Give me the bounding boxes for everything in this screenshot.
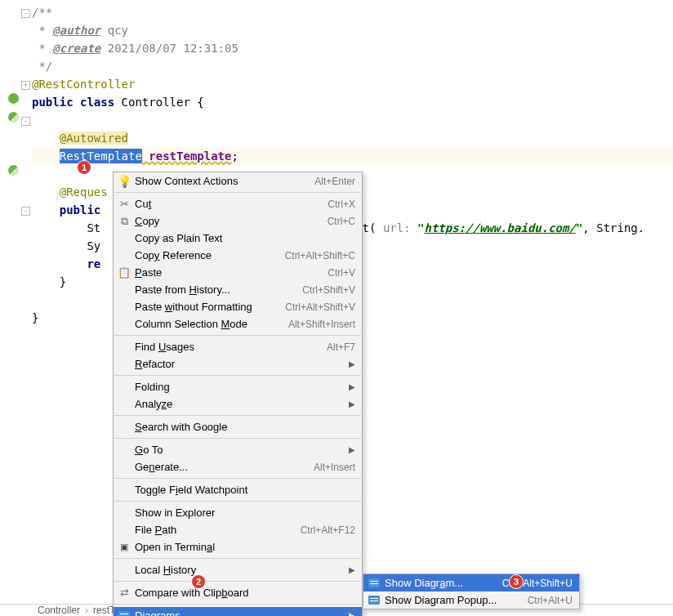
submenu-arrow-icon: ▶ <box>349 359 355 368</box>
menu-shortcut: Ctrl+X <box>328 199 355 210</box>
menu-label: Folding <box>135 381 355 393</box>
menu-label: Go To <box>135 444 355 456</box>
menu-label: Column Selection Mode <box>135 318 288 330</box>
menu-item[interactable]: Copy ReferenceCtrl+Alt+Shift+C <box>114 247 362 264</box>
spring-gutter-icon[interactable] <box>8 93 19 104</box>
menu-separator <box>114 558 361 559</box>
menu-item[interactable]: ⧉CopyCtrl+C <box>114 212 362 230</box>
menu-item[interactable]: Show Diagram Popup...Ctrl+Alt+U <box>363 591 579 609</box>
menu-shortcut: Ctrl+Shift+V <box>302 284 355 296</box>
menu-item[interactable]: Refactor▶ <box>114 355 362 373</box>
menu-separator <box>114 581 361 582</box>
spring-autowire-gutter-icon[interactable] <box>8 165 19 176</box>
menu-item[interactable]: Analyze▶ <box>114 395 362 413</box>
menu-label: Find Usages <box>135 341 327 353</box>
menu-label: Paste from History... <box>135 283 302 296</box>
menu-separator <box>114 604 361 605</box>
menu-separator <box>114 335 361 336</box>
cut-icon: ✂ <box>120 198 129 210</box>
menu-item[interactable]: Toggle Field Watchpoint <box>114 481 362 498</box>
menu-shortcut: Ctrl+V <box>328 267 355 279</box>
submenu-arrow-icon: ▶ <box>349 400 355 408</box>
paste-icon: 📋 <box>118 266 131 279</box>
menu-label: File Path <box>135 524 301 536</box>
javadoc-tag-create: @create <box>52 42 100 55</box>
compare-icon: ⇄ <box>120 587 129 599</box>
menu-shortcut: Alt+Shift+Insert <box>288 319 355 330</box>
menu-item[interactable]: Paste without FormattingCtrl+Alt+Shift+V <box>114 298 362 315</box>
menu-label: Copy as Plain Text <box>135 232 355 244</box>
menu-shortcut: Alt+F7 <box>327 341 355 353</box>
badge-1: 1 <box>77 160 91 175</box>
menu-item[interactable]: Folding▶ <box>114 378 362 395</box>
menu-item[interactable]: ✂CutCtrl+X <box>114 195 362 212</box>
menu-item[interactable]: File PathCtrl+Alt+F12 <box>114 521 362 538</box>
menu-item[interactable]: Paste from History...Ctrl+Shift+V <box>114 281 362 298</box>
menu-shortcut: Ctrl+Alt+Shift+C <box>285 250 355 261</box>
submenu-arrow-icon: ▶ <box>349 565 355 574</box>
annotation-restcontroller: @RestController <box>32 78 135 91</box>
menu-label: Paste <box>135 266 328 279</box>
menu-item[interactable]: 💡Show Context ActionsAlt+Enter <box>114 172 362 190</box>
diagrams-submenu: Show Diagram...Ctrl+Alt+Shift+UShow Diag… <box>363 574 580 609</box>
gutter: - + - - <box>0 0 29 604</box>
menu-item[interactable]: ▣Open in Terminal <box>114 538 362 556</box>
menu-separator <box>114 375 361 376</box>
menu-label: Copy Reference <box>135 249 285 261</box>
menu-label: Open in Terminal <box>135 541 355 553</box>
menu-item[interactable]: Show in Explorer <box>114 504 362 521</box>
diagram-icon <box>368 578 380 587</box>
string-url: https://www.baidu.com/ <box>424 221 575 234</box>
menu-item[interactable]: Copy as Plain Text <box>114 230 362 247</box>
menu-item[interactable]: Find UsagesAlt+F7 <box>114 338 362 355</box>
menu-label: Show Context Actions <box>135 175 314 187</box>
menu-shortcut: Alt+Enter <box>314 176 355 187</box>
menu-label: Analyze <box>135 398 355 410</box>
menu-shortcut: Ctrl+Alt+Shift+V <box>285 301 355 313</box>
selected-type: RestTemplate <box>60 149 142 163</box>
menu-separator <box>114 478 361 479</box>
menu-shortcut: Ctrl+C <box>328 216 355 227</box>
menu-separator <box>114 192 361 193</box>
menu-item[interactable]: Local History▶ <box>114 561 362 578</box>
menu-item[interactable]: ⇄Compare with Clipboard <box>114 584 362 601</box>
badge-2: 2 <box>191 574 206 589</box>
copy-icon: ⧉ <box>121 215 128 228</box>
menu-shortcut: Alt+Insert <box>314 462 355 473</box>
menu-label: Show Diagram... <box>385 577 502 589</box>
menu-label: Toggle Field Watchpoint <box>135 484 355 496</box>
menu-label: Show Diagram Popup... <box>385 594 528 606</box>
submenu-arrow-icon: ▶ <box>349 445 355 454</box>
menu-separator <box>114 415 361 416</box>
menu-item[interactable]: Search with Google <box>114 418 362 435</box>
menu-label: Local History <box>135 564 355 576</box>
menu-item[interactable]: Go To▶ <box>114 441 362 458</box>
menu-item[interactable]: Generate...Alt+Insert <box>114 458 362 475</box>
terminal-icon: ▣ <box>120 542 128 552</box>
spring-bean-gutter-icon[interactable] <box>8 112 19 123</box>
field-name: restTemplate <box>142 150 232 163</box>
menu-label: Generate... <box>135 461 314 473</box>
menu-label: Diagrams <box>135 609 355 616</box>
annotation-autowired: @Autowired <box>60 132 128 145</box>
bulb-icon: 💡 <box>118 175 131 188</box>
context-menu: 💡Show Context ActionsAlt+Enter✂CutCtrl+X… <box>113 172 363 616</box>
menu-item[interactable]: 📋PasteCtrl+V <box>114 264 362 281</box>
menu-separator <box>114 501 361 502</box>
code-text: /** <box>32 6 52 19</box>
menu-item[interactable]: Show Diagram...Ctrl+Alt+Shift+U <box>363 574 579 591</box>
submenu-arrow-icon: ▶ <box>349 382 355 391</box>
badge-3: 3 <box>509 574 524 589</box>
diagram-icon <box>368 596 380 605</box>
menu-item[interactable]: Diagrams▶ <box>114 607 362 616</box>
breadcrumb-item[interactable]: Controller <box>38 605 80 616</box>
diagram-icon <box>118 611 130 616</box>
menu-item[interactable]: Column Selection ModeAlt+Shift+Insert <box>114 315 362 333</box>
menu-label: Cut <box>135 198 328 210</box>
menu-label: Show in Explorer <box>135 507 355 519</box>
submenu-arrow-icon: ▶ <box>349 611 355 616</box>
menu-separator <box>114 438 361 439</box>
menu-shortcut: Ctrl+Alt+U <box>528 595 573 606</box>
breadcrumb-separator: › <box>85 605 88 616</box>
menu-shortcut: Ctrl+Alt+F12 <box>301 524 355 536</box>
